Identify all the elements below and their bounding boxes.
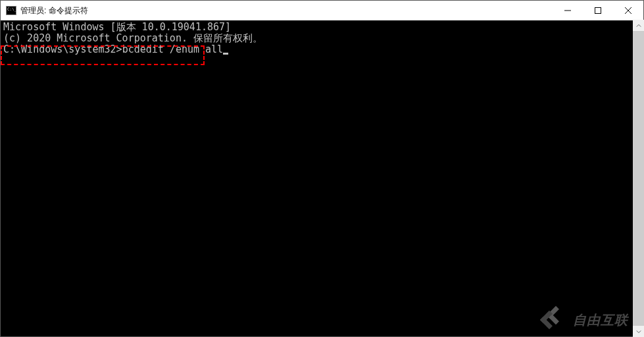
terminal-area[interactable]: Microsoft Windows [版本 10.0.19041.867] (c…	[1, 20, 643, 336]
titlebar[interactable]: 管理员: 命令提示符	[1, 1, 643, 20]
terminal-prompt-line: C:\Windows\system32>bcdedit /enum all	[3, 44, 641, 55]
terminal-line-version: Microsoft Windows [版本 10.0.19041.867]	[3, 22, 641, 33]
watermark-text: 自由互联	[573, 311, 628, 329]
vertical-scrollbar[interactable]	[633, 20, 644, 337]
close-button[interactable]	[613, 1, 643, 20]
watermark: 自由互联	[535, 307, 628, 333]
scroll-track[interactable]	[633, 31, 644, 326]
command-prompt-window: 管理员: 命令提示符 Microsoft Windows [版本 10.0.19…	[0, 0, 644, 337]
window-controls	[553, 1, 643, 20]
watermark-chevron-icon	[535, 307, 570, 333]
window-title: 管理员: 命令提示符	[20, 5, 88, 16]
title-left: 管理员: 命令提示符	[1, 5, 88, 16]
terminal-line-copyright: (c) 2020 Microsoft Corporation. 保留所有权利。	[3, 33, 641, 44]
cursor	[223, 53, 228, 55]
prompt-path: C:\Windows\system32>	[3, 43, 122, 55]
scroll-down-button[interactable]	[633, 326, 644, 337]
typed-command: bcdedit /enum all	[122, 43, 224, 55]
scroll-thumb[interactable]	[633, 31, 644, 326]
maximize-button[interactable]	[583, 1, 613, 20]
svg-rect-1	[595, 8, 601, 14]
cmd-icon	[6, 6, 16, 15]
minimize-button[interactable]	[553, 1, 583, 20]
scroll-up-button[interactable]	[633, 20, 644, 31]
